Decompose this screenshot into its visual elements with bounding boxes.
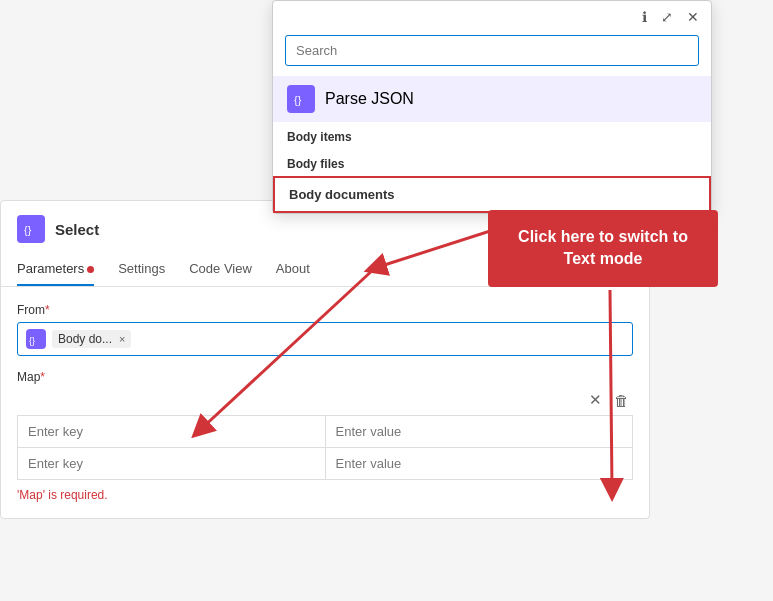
close-button[interactable]: ✕	[685, 7, 701, 27]
map-actions: ✕ 🗑	[17, 389, 633, 411]
table-row	[18, 416, 633, 448]
select-icon: {}	[17, 215, 45, 243]
from-label: From*	[17, 303, 633, 317]
expand-button[interactable]: ⤢	[659, 7, 675, 27]
parse-json-item[interactable]: {} Parse JSON	[273, 76, 711, 122]
map-add-button[interactable]: 🗑	[610, 390, 633, 411]
body-documents-label: Body documents	[289, 187, 394, 202]
from-value-text: Body do...	[58, 332, 112, 346]
annotation-text: Click here to switch to Text mode	[518, 228, 688, 267]
tab-code-view[interactable]: Code View	[189, 253, 252, 286]
map-clear-button[interactable]: ✕	[585, 389, 606, 411]
info-button[interactable]: ℹ	[640, 7, 649, 27]
svg-text:{}: {}	[24, 224, 32, 236]
from-required-star: *	[45, 303, 50, 317]
value-input-1[interactable]	[326, 416, 633, 447]
panel-title: Select	[55, 221, 99, 238]
key-input-1[interactable]	[18, 416, 325, 447]
value-input-2[interactable]	[326, 448, 633, 479]
key-cell-1[interactable]	[18, 416, 326, 448]
table-row	[18, 448, 633, 480]
from-field-icon: {}	[26, 329, 46, 349]
search-input[interactable]	[285, 35, 699, 66]
svg-text:{}: {}	[294, 94, 302, 106]
body-documents-item[interactable]: Body documents	[273, 176, 711, 213]
map-required-star: *	[40, 370, 45, 384]
value-cell-1[interactable]	[325, 416, 633, 448]
from-chip-close[interactable]: ×	[119, 333, 125, 345]
annotation-box: Click here to switch to Text mode	[488, 210, 718, 287]
body-items-header: Body items	[273, 122, 711, 149]
params-body: From* {} Body do... × Map* ✕ 🗑	[1, 287, 649, 518]
search-box-wrapper	[273, 29, 711, 76]
dropdown-popup: ℹ ⤢ ✕ {} Parse JSON Body items Body file…	[272, 0, 712, 214]
dropdown-top-actions: ℹ ⤢ ✕	[273, 1, 711, 29]
parse-json-icon: {}	[287, 85, 315, 113]
required-dot	[87, 266, 94, 273]
tab-settings[interactable]: Settings	[118, 253, 165, 286]
map-label: Map*	[17, 370, 633, 384]
value-cell-2[interactable]	[325, 448, 633, 480]
tab-parameters[interactable]: Parameters	[17, 253, 94, 286]
key-input-2[interactable]	[18, 448, 325, 479]
map-error: 'Map' is required.	[17, 488, 633, 502]
map-section: Map* ✕ 🗑	[17, 370, 633, 480]
body-files-header: Body files	[273, 149, 711, 176]
from-field[interactable]: {} Body do... ×	[17, 322, 633, 356]
from-value-chip: Body do... ×	[52, 330, 131, 348]
parse-json-label: Parse JSON	[325, 90, 414, 108]
tab-about[interactable]: About	[276, 253, 310, 286]
key-cell-2[interactable]	[18, 448, 326, 480]
map-table	[17, 415, 633, 480]
svg-text:{}: {}	[29, 336, 35, 346]
